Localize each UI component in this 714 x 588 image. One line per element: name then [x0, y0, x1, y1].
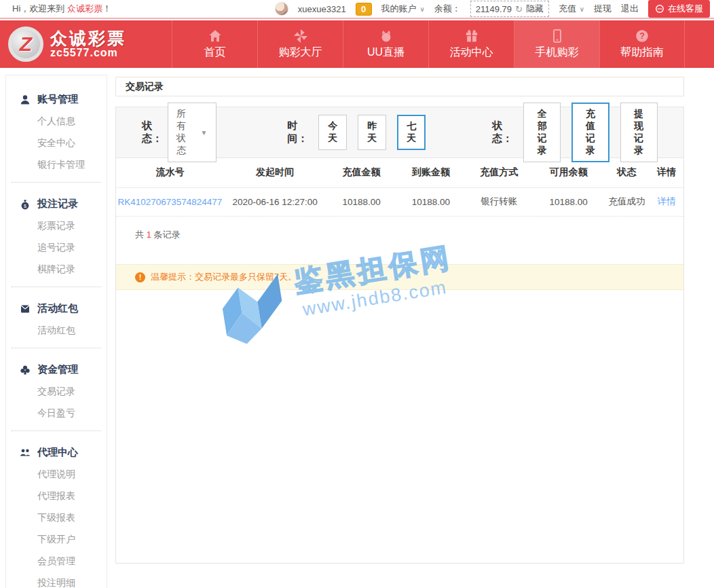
content-panel: 状态： 所有状态 ▼ 时间： 今天 昨天 七天 状态： 全部记录 充值记录 提现… [115, 107, 684, 564]
message-count-badge[interactable]: 0 [356, 3, 372, 16]
sidebar-item-lottery-records[interactable]: 彩票记录 [6, 215, 107, 236]
type-filter-label: 状态： [492, 120, 512, 145]
greeting-prefix: Hi，欢迎来到 [12, 3, 67, 14]
logo-title: 众诚彩票 [50, 29, 126, 47]
club-icon [20, 365, 31, 375]
topbar: Hi，欢迎来到 众诚彩票！ xuexue3321 0 我的账户 ∨ 余额： 21… [0, 0, 714, 19]
headset-icon [655, 4, 664, 14]
sidebar-section-title: 代理中心 [37, 446, 78, 459]
type-filter-withdraw[interactable]: 提现记录 [620, 103, 658, 162]
sidebar-item-member-manage[interactable]: 会员管理 [6, 550, 107, 572]
user-avatar[interactable] [275, 2, 288, 16]
sidebar-section-title: 账号管理 [37, 93, 78, 106]
col-recharge-amount: 充值金额 [326, 158, 397, 187]
recharge-menu[interactable]: 充值 ∨ [559, 3, 584, 15]
sidebar-section-title: 活动红包 [37, 302, 78, 315]
moneybag-icon: $ [20, 199, 31, 210]
records-table: 流水号 发起时间 充值金额 到账金额 充值方式 可用余额 状态 详情 RK410… [116, 158, 683, 216]
username: xuexue3321 [298, 4, 346, 14]
detail-link[interactable]: 详情 [657, 196, 675, 206]
sidebar-item-transaction-records[interactable]: 交易记录 [6, 380, 107, 402]
cell-method: 银行转账 [465, 187, 533, 216]
withdraw-button[interactable]: 提现 [594, 3, 612, 15]
sidebar-item-today-profit[interactable]: 今日盈亏 [6, 402, 107, 424]
cell-arrival-amount: 10188.00 [397, 187, 465, 216]
customer-service-button[interactable]: 在线客服 [648, 0, 710, 18]
logo-icon: Z [8, 26, 43, 62]
home-icon [208, 29, 222, 43]
serial-number-link[interactable]: RK410270673574824477 [117, 197, 222, 207]
sidebar: 账号管理 个人信息 安全中心 银行卡管理 $ 投注记录 彩票记录 追号记录 棋牌… [5, 75, 107, 588]
sidebar-item-agent-report[interactable]: 代理报表 [6, 485, 107, 507]
record-count: 1 [147, 229, 151, 240]
chevron-down-icon: ∨ [418, 5, 425, 13]
time-filter-today[interactable]: 今天 [318, 115, 347, 150]
sidebar-item-agent-info[interactable]: 代理说明 [6, 463, 107, 485]
page-title: 交易记录 [115, 77, 684, 96]
sidebar-section-title: 资金管理 [37, 363, 78, 376]
nav-item-lottery-hall[interactable]: 购彩大厅 [257, 20, 343, 68]
status-dropdown[interactable]: 所有状态 ▼ [168, 103, 217, 162]
nav-item-uu-live[interactable]: UU直播 [343, 20, 428, 68]
notice-bar: ! 温馨提示：交易记录最多只保留7天。 [116, 264, 683, 290]
sidebar-item-bank-card[interactable]: 银行卡管理 [6, 153, 107, 175]
logout-button[interactable]: 退出 [621, 3, 639, 15]
cell-time: 2020-06-16 12:27:00 [224, 187, 326, 216]
sidebar-section-red-packet: 活动红包 活动红包 [6, 290, 107, 351]
warning-icon: ! [135, 272, 145, 282]
refresh-icon[interactable]: ↻ [515, 4, 523, 14]
sidebar-section-title: 投注记录 [37, 198, 78, 210]
filter-bar: 状态： 所有状态 ▼ 时间： 今天 昨天 七天 状态： 全部记录 充值记录 提现… [116, 107, 683, 158]
my-account-menu[interactable]: 我的账户 ∨ [381, 3, 425, 15]
gift-icon [465, 29, 478, 43]
cell-recharge-amount: 10188.00 [326, 187, 397, 216]
sidebar-item-chase-records[interactable]: 追号记录 [6, 236, 107, 258]
notice-text: 温馨提示：交易记录最多只保留7天。 [151, 271, 297, 283]
svg-text:$: $ [24, 203, 26, 208]
col-method: 充值方式 [465, 158, 533, 187]
col-arrival-amount: 到账金额 [397, 158, 465, 187]
nav-item-help-guide[interactable]: ? 帮助指南 [599, 20, 685, 68]
greeting-suffix: ！ [102, 3, 111, 14]
svg-text:?: ? [639, 31, 645, 41]
type-filter-recharge[interactable]: 充值记录 [571, 103, 609, 162]
nav-item-mobile-lottery[interactable]: 手机购彩 [514, 20, 599, 68]
site-logo[interactable]: Z 众诚彩票 zc5577.com [0, 20, 172, 68]
sidebar-item-security-center[interactable]: 安全中心 [6, 132, 107, 153]
sidebar-section-bet-records: $ 投注记录 彩票记录 追号记录 棋牌记录 [6, 185, 107, 290]
sidebar-item-board-records[interactable]: 棋牌记录 [6, 258, 107, 280]
col-serial: 流水号 [116, 158, 224, 187]
pinwheel-icon [294, 29, 307, 43]
col-balance: 可用余额 [533, 158, 604, 187]
nav-item-home[interactable]: 首页 [172, 20, 257, 68]
time-filter-yesterday[interactable]: 昨天 [358, 115, 386, 150]
sidebar-item-bet-detail[interactable]: 投注明细 [6, 572, 107, 588]
type-filter-all[interactable]: 全部记录 [523, 103, 561, 162]
sidebar-item-sub-report[interactable]: 下级报表 [6, 507, 107, 528]
hide-balance-button[interactable]: 隐藏 [526, 3, 544, 15]
sidebar-item-personal-info[interactable]: 个人信息 [6, 110, 107, 132]
watermark: 鉴黑担保网 www.jhdb8.com [212, 231, 516, 377]
help-icon: ? [635, 29, 649, 43]
phone-icon [550, 29, 564, 43]
users-icon [20, 447, 31, 458]
chevron-down-icon: ∨ [578, 5, 584, 13]
status-filter-label: 状态： [142, 120, 162, 145]
sidebar-item-activity-red-packet[interactable]: 活动红包 [6, 319, 107, 341]
sidebar-section-account: 账号管理 个人信息 安全中心 银行卡管理 [6, 81, 107, 185]
sidebar-section-agent: 代理中心 代理说明 代理报表 下级报表 下级开户 会员管理 投注明细 交易明细 [6, 434, 107, 588]
greeting: Hi，欢迎来到 众诚彩票！ [0, 3, 111, 15]
red-envelope-icon [20, 304, 31, 314]
main-nav: Z 众诚彩票 zc5577.com 首页 购彩大厅 UU直播 活动中心 [0, 20, 714, 68]
col-detail: 详情 [650, 158, 683, 187]
page: Hi，欢迎来到 众诚彩票！ xuexue3321 0 我的账户 ∨ 余额： 21… [0, 0, 714, 588]
time-filter-seven-days[interactable]: 七天 [397, 115, 426, 150]
nav-menu: 首页 购彩大厅 UU直播 活动中心 手机购彩 ? 帮助指南 [172, 20, 714, 68]
sidebar-section-funds: 资金管理 交易记录 今日盈亏 [6, 351, 107, 434]
greeting-brand: 众诚彩票 [67, 3, 102, 14]
sidebar-item-sub-open[interactable]: 下级开户 [6, 528, 107, 550]
balance-box: 21149.79 ↻ 隐藏 [470, 1, 549, 17]
nav-item-activity-center[interactable]: 活动中心 [428, 20, 514, 68]
chevron-down-icon: ▼ [201, 129, 208, 136]
live-cat-icon [379, 29, 393, 43]
